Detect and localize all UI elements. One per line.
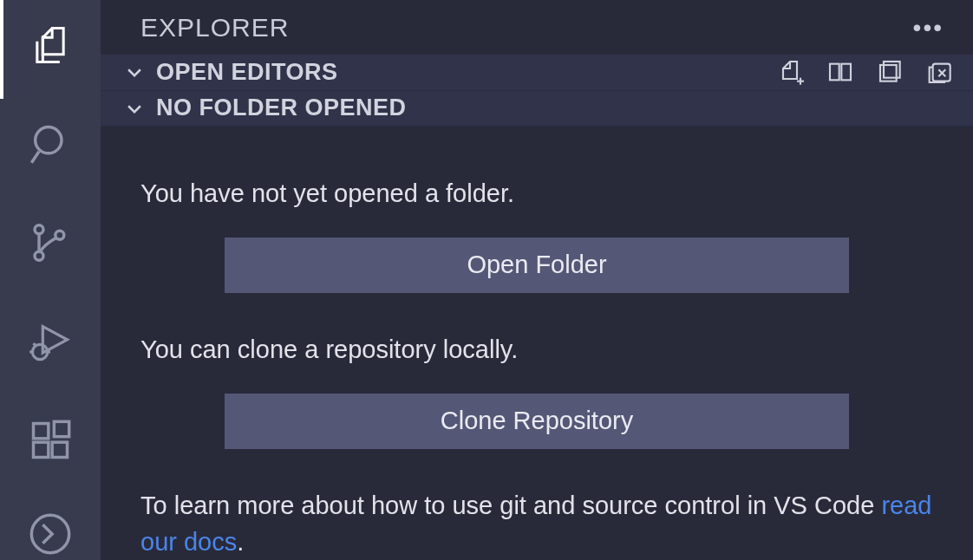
- save-all-icon[interactable]: [876, 57, 905, 87]
- svg-point-0: [36, 127, 62, 153]
- open-editors-label: OPEN EDITORS: [156, 59, 338, 86]
- explorer-header: EXPLORER •••: [101, 0, 973, 55]
- new-file-icon[interactable]: [775, 57, 805, 87]
- svg-rect-19: [880, 65, 897, 81]
- chevron-down-icon: [125, 62, 144, 81]
- activity-search-icon[interactable]: [26, 120, 75, 168]
- open-editors-section-header[interactable]: OPEN EDITORS: [101, 55, 973, 90]
- open-editors-actions: [775, 57, 956, 87]
- close-all-icon[interactable]: [926, 57, 956, 87]
- chevron-down-icon: [125, 99, 144, 118]
- svg-rect-10: [34, 442, 49, 457]
- welcome-text-line1: You have not yet opened a folder.: [140, 175, 933, 212]
- svg-rect-11: [52, 442, 67, 457]
- welcome-text-line3: To learn more about how to use git and s…: [140, 487, 933, 560]
- explorer-more-icon[interactable]: •••: [913, 14, 944, 42]
- svg-rect-16: [830, 64, 839, 81]
- svg-point-3: [35, 251, 43, 260]
- activity-extensions-icon[interactable]: [26, 416, 75, 465]
- svg-line-8: [34, 343, 36, 345]
- activity-run-debug-icon[interactable]: [26, 317, 75, 366]
- explorer-title: EXPLORER: [140, 13, 289, 42]
- svg-rect-17: [841, 64, 851, 81]
- activity-source-control-icon[interactable]: [26, 218, 75, 267]
- clone-repository-button[interactable]: Clone Repository: [225, 394, 849, 449]
- no-folder-section-header[interactable]: NO FOLDER OPENED: [101, 91, 973, 127]
- open-folder-button[interactable]: Open Folder: [225, 238, 849, 293]
- svg-line-1: [31, 152, 39, 163]
- activity-live-share-icon[interactable]: [26, 510, 75, 558]
- toggle-layout-icon[interactable]: [826, 57, 855, 87]
- activity-bar: [0, 0, 101, 560]
- svg-rect-9: [34, 424, 49, 439]
- explorer-sidebar: EXPLORER ••• OPEN EDITORS: [101, 0, 973, 560]
- activity-explorer-icon[interactable]: [26, 21, 75, 69]
- svg-rect-12: [54, 421, 69, 436]
- no-folder-label: NO FOLDER OPENED: [156, 94, 407, 121]
- welcome-text-line2: You can clone a repository locally.: [140, 331, 933, 368]
- svg-point-4: [56, 231, 64, 239]
- svg-rect-18: [884, 62, 900, 78]
- svg-point-2: [35, 225, 43, 234]
- welcome-line3-prefix: To learn more about how to use git and s…: [140, 492, 881, 519]
- welcome-line3-suffix: .: [237, 528, 244, 556]
- no-folder-welcome: You have not yet opened a folder. Open F…: [101, 127, 973, 560]
